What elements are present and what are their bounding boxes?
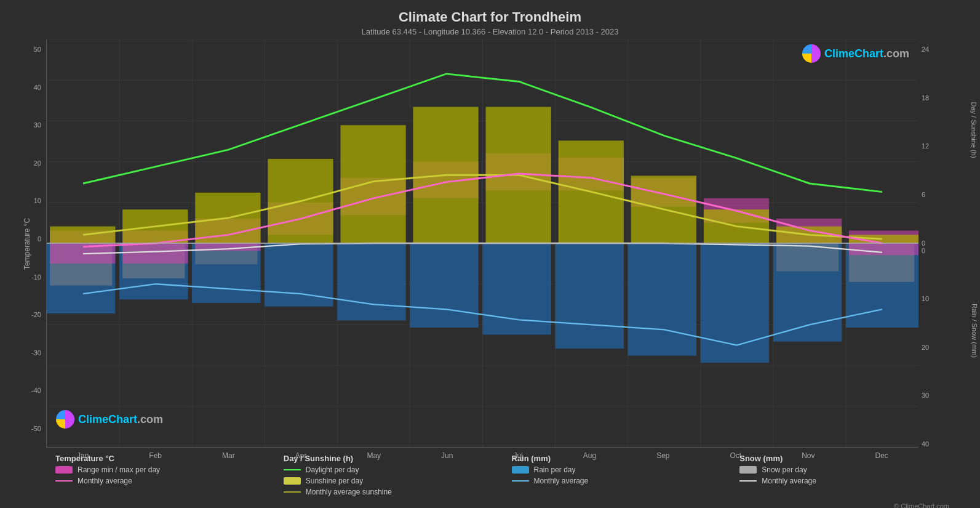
- legend-item-sunshine: Sunshine per day: [284, 477, 500, 485]
- y-tick-n30: -30: [31, 349, 41, 357]
- logo-icon-bl: [56, 410, 74, 429]
- legend-section-sunshine: Day / Sunshine (h) Daylight per day Suns…: [284, 454, 500, 499]
- r-tick-0-bot: 0: [922, 247, 968, 254]
- legend-item-temp-range: Range min / max per day: [55, 466, 271, 474]
- legend-item-temp-avg: Monthly average: [55, 477, 271, 485]
- svg-rect-30: [556, 243, 624, 349]
- logo-text-bl: ClimeChart.com: [78, 413, 163, 426]
- r-tick-24: 24: [922, 46, 968, 53]
- legend-title-snow: Snow (mm): [739, 454, 955, 463]
- y-axis-right: Day / Sunshine (h) 24 18 12 6 0 Rain / S…: [918, 39, 968, 448]
- svg-rect-31: [628, 243, 696, 356]
- logo-top-right: ClimeChart.com: [802, 44, 909, 63]
- r-tick-6: 6: [922, 191, 968, 198]
- main-container: Climate Chart for Trondheim Latitude 63.…: [0, 0, 980, 508]
- legend-label-snow-avg: Monthly average: [762, 477, 816, 485]
- legend-label-rain: Rain per day: [534, 466, 576, 474]
- x-label-may: May: [367, 451, 381, 460]
- rain-swatch: [512, 466, 529, 474]
- r-tick-40: 40: [922, 440, 968, 448]
- legend-section-snow: Snow (mm) Snow per day Monthly average ©…: [739, 454, 955, 499]
- svg-rect-56: [340, 125, 405, 243]
- legend-item-rain: Rain per day: [512, 466, 728, 474]
- right-label-rainsnow: Rain / Snow (mm): [971, 304, 978, 358]
- legend-label-rain-avg: Monthly average: [534, 477, 589, 485]
- y-tick-n20: -20: [31, 311, 41, 318]
- snow-avg-line-swatch: [739, 480, 757, 482]
- svg-rect-27: [337, 243, 405, 321]
- x-label-jan: Jan: [77, 451, 89, 460]
- y-tick-40: 40: [34, 84, 41, 91]
- legend-label-avg-sunshine: Monthly average sunshine: [306, 488, 392, 496]
- svg-rect-52: [50, 227, 115, 243]
- legend-item-avg-sunshine: Monthly average sunshine: [284, 488, 500, 496]
- temp-range-swatch: [55, 466, 73, 474]
- copyright: © ClimeChart.com: [894, 502, 949, 508]
- x-label-sep: Sep: [656, 451, 669, 460]
- y-tick-30: 30: [34, 121, 41, 129]
- legend-item-rain-avg: Monthly average: [512, 477, 728, 485]
- right-label-sunshine: Day / Sunshine (h): [970, 102, 977, 158]
- r-tick-10: 10: [922, 295, 968, 302]
- x-label-jul: Jul: [513, 451, 522, 460]
- x-label-feb: Feb: [149, 451, 162, 460]
- legend-item-snow: Snow per day: [739, 466, 955, 474]
- y-tick-n10: -10: [31, 273, 41, 281]
- sunshine-swatch: [284, 477, 301, 485]
- y-axis-left: Temperature °C 50 40 30 20 10 0 -10 -20 …: [12, 39, 46, 448]
- legend-item-daylight: Daylight per day: [284, 466, 500, 474]
- logo-text-tr: ClimeChart.com: [824, 47, 909, 60]
- y-tick-n50: -50: [31, 425, 41, 432]
- x-label-aug: Aug: [583, 451, 596, 460]
- chart-title: Climate Chart for Trondheim: [12, 9, 968, 25]
- chart-plot: ClimeChart.com ClimeChart.com: [46, 39, 918, 448]
- legend-label-sunshine: Sunshine per day: [306, 477, 363, 485]
- rain-avg-line-swatch: [512, 480, 529, 482]
- legend-section-rain: Rain (mm) Rain per day Monthly average: [512, 454, 728, 499]
- logo-bottom-left: ClimeChart.com: [56, 410, 163, 429]
- daylight-line-swatch: [284, 469, 301, 470]
- legend-item-snow-avg: Monthly average: [739, 477, 955, 485]
- x-label-mar: Mar: [222, 451, 235, 460]
- y-axis-left-label: Temperature °C: [23, 217, 31, 269]
- legend-label-daylight: Daylight per day: [306, 466, 359, 474]
- x-label-jun: Jun: [441, 451, 453, 460]
- x-label-apr: Apr: [295, 451, 307, 460]
- r-tick-30: 30: [922, 392, 968, 399]
- r-tick-0-top: 0: [922, 240, 968, 247]
- legend-label-temp-avg: Monthly average: [78, 477, 132, 485]
- y-tick-10: 10: [34, 197, 41, 204]
- legend-section-temp: Temperature °C Range min / max per day M…: [55, 454, 271, 499]
- y-tick-n40: -40: [31, 387, 41, 394]
- chart-subtitle: Latitude 63.445 - Longitude 10.366 - Ele…: [12, 27, 968, 36]
- y-tick-50: 50: [34, 46, 41, 53]
- climate-chart-svg: [47, 39, 918, 447]
- logo-icon-tr: [802, 44, 821, 63]
- legend-label-snow: Snow per day: [762, 466, 807, 474]
- r-tick-20: 20: [922, 344, 968, 351]
- y-tick-0: 0: [38, 235, 41, 243]
- snow-swatch: [739, 466, 757, 474]
- svg-rect-28: [410, 243, 478, 328]
- r-tick-12: 12: [922, 142, 968, 150]
- avg-sunshine-line-swatch: [284, 491, 301, 493]
- r-tick-18: 18: [922, 94, 968, 102]
- legend-label-temp-range: Range min / max per day: [78, 466, 160, 474]
- y-tick-20: 20: [34, 159, 41, 167]
- temp-avg-line-swatch: [55, 480, 73, 482]
